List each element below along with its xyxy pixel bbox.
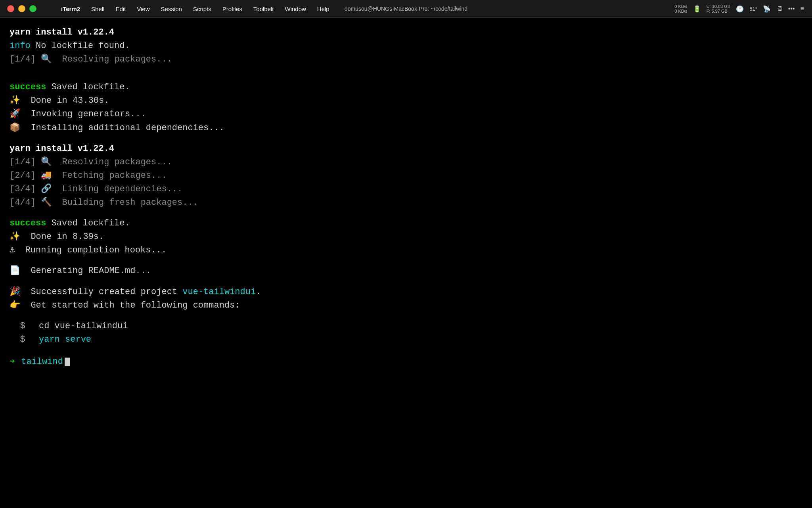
menu-item-help[interactable]: Help <box>312 4 335 14</box>
spacer <box>10 312 802 319</box>
step-3-text: [3/4] 🔗 Linking dependencies... <box>10 183 182 196</box>
step-2-text: [2/4] 🚚 Fetching packages... <box>10 169 167 183</box>
running-hooks-line: ⚓ Running completion hooks... <box>10 244 167 257</box>
menu-item-toolbelt[interactable]: Toolbelt <box>248 4 280 14</box>
spacer <box>10 278 802 285</box>
minimize-button[interactable] <box>18 5 25 12</box>
invoking-line: 🚀 Invoking generators... <box>10 108 146 121</box>
cd-command: cd vue-tailwindui <box>29 319 128 333</box>
installing-line: 📦 Installing additional dependencies... <box>10 121 224 135</box>
menu-item-session[interactable]: Session <box>155 4 188 14</box>
menu-item-iterm2[interactable]: iTerm2 <box>56 4 86 14</box>
terminal-line: [2/4] 🚚 Fetching packages... <box>10 169 802 183</box>
menu-bar: iTerm2 Shell Edit View Session Scripts P… <box>44 4 335 14</box>
terminal-line: [4/4] 🔨 Building fresh packages... <box>10 196 802 210</box>
dollar-2: $ <box>10 333 25 346</box>
info-label: info <box>10 39 31 53</box>
terminal-line: $ yarn serve <box>10 333 802 346</box>
menu-item-window[interactable]: Window <box>280 4 312 14</box>
generating-readme-line: 📄 Generating README.md... <box>10 264 151 278</box>
saved-lockfile-2: Saved lockfile. <box>46 217 130 230</box>
temperature: 51° <box>749 6 757 12</box>
spacer <box>10 73 802 81</box>
battery-icon: 🔋 <box>693 5 701 13</box>
terminal-line: [1/4] 🔍 Resolving packages... <box>10 156 802 169</box>
success-label-2: success <box>10 217 46 230</box>
success-project-line: 🎉 Successfully created project <box>10 285 182 299</box>
menu-item-view[interactable]: View <box>131 4 155 14</box>
period: . <box>256 285 261 299</box>
prompt-arrow: ➜ <box>10 355 15 369</box>
terminal-line: 🚀 Invoking generators... <box>10 108 802 121</box>
terminal-line: info No lockfile found. <box>10 39 802 53</box>
terminal-line: [1/4] 🔍 Resolving packages... <box>10 53 802 66</box>
terminal-line: ⚓ Running completion hooks... <box>10 244 802 257</box>
terminal-line: ✨ Done in 43.30s. <box>10 94 802 108</box>
terminal-line: 🎉 Successfully created project vue-tailw… <box>10 285 802 299</box>
close-button[interactable] <box>7 5 14 12</box>
terminal-content[interactable]: yarn install v1.22.4 info No lockfile fo… <box>0 18 812 508</box>
titlebar-right: 0 KB/s0 KB/s 🔋 U: 10.03 GBF: 5.97 GB 🕐 5… <box>674 4 804 13</box>
network-stats: 0 KB/s0 KB/s <box>674 4 687 13</box>
done-line-2: ✨ Done in 8.39s. <box>10 230 104 244</box>
terminal-line: 📦 Installing additional dependencies... <box>10 121 802 135</box>
step-1-text: [1/4] 🔍 Resolving packages... <box>10 156 172 169</box>
prompt-line: ➜ tailwind <box>10 355 802 369</box>
terminal-line: success Saved lockfile. <box>10 81 802 94</box>
terminal-line: ✨ Done in 8.39s. <box>10 230 802 244</box>
terminal-line: success Saved lockfile. <box>10 217 802 230</box>
terminal-line: [3/4] 🔗 Linking dependencies... <box>10 183 802 196</box>
apple-menu[interactable] <box>44 7 56 10</box>
spacer <box>10 66 802 73</box>
yarn-command-1: yarn install v1.22.4 <box>10 26 114 39</box>
maximize-button[interactable] <box>29 5 36 12</box>
more-icon: ••• <box>788 5 795 12</box>
info-text: No lockfile found. <box>31 39 130 53</box>
spacer <box>10 346 802 354</box>
traffic-lights <box>0 5 36 12</box>
terminal-line: yarn install v1.22.4 <box>10 142 802 156</box>
done-line-1: ✨ Done in 43.30s. <box>10 94 109 108</box>
terminal-line: yarn install v1.22.4 <box>10 26 802 39</box>
spacer <box>10 210 802 217</box>
project-name: vue-tailwindui <box>182 285 256 299</box>
menu-item-scripts[interactable]: Scripts <box>188 4 217 14</box>
finder-icon: 🖥 <box>776 5 783 12</box>
spacer <box>10 257 802 264</box>
step-1-4-text: [1/4] 🔍 Resolving packages... <box>10 53 172 66</box>
yarn-serve-command: yarn serve <box>29 333 91 346</box>
yarn-command-2: yarn install v1.22.4 <box>10 142 114 156</box>
list-icon: ≡ <box>801 5 804 12</box>
wifi-icon: 📡 <box>763 5 771 13</box>
prompt-directory: tailwind <box>21 355 63 369</box>
menu-item-shell[interactable]: Shell <box>86 4 110 14</box>
menu-item-profiles[interactable]: Profiles <box>217 4 248 14</box>
saved-lockfile-1: Saved lockfile. <box>46 81 130 94</box>
spacer <box>10 135 802 142</box>
menu-item-edit[interactable]: Edit <box>110 4 131 14</box>
step-4-text: [4/4] 🔨 Building fresh packages... <box>10 196 198 210</box>
titlebar: iTerm2 Shell Edit View Session Scripts P… <box>0 0 812 18</box>
window-title: oomusou@HUNGs-MacBook-Pro: ~/code/tailwi… <box>345 6 467 12</box>
get-started-line: 👉 Get started with the following command… <box>10 299 240 312</box>
dollar-1: $ <box>10 319 25 333</box>
terminal-line: 📄 Generating README.md... <box>10 264 802 278</box>
cursor <box>65 358 70 366</box>
memory-stats: U: 10.03 GBF: 5.97 GB <box>707 4 731 13</box>
success-label-1: success <box>10 81 46 94</box>
terminal-line: 👉 Get started with the following command… <box>10 299 802 312</box>
clock-icon: 🕐 <box>736 5 744 13</box>
terminal-line: $ cd vue-tailwindui <box>10 319 802 333</box>
